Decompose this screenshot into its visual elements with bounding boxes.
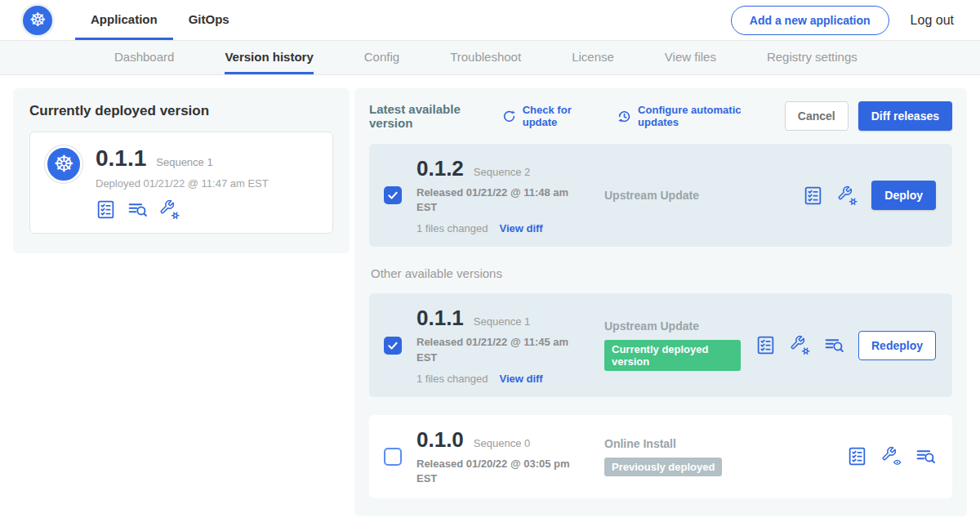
sequence-label: Sequence 0 <box>474 437 530 449</box>
preflight-checks-icon[interactable] <box>847 446 867 467</box>
version-row-0-1-1: 0.1.1 Sequence 1 Released 01/21/22 @ 11:… <box>369 293 952 396</box>
previously-deployed-badge: Previously deployed <box>604 458 722 476</box>
latest-version-header: Latest available version Check for updat… <box>369 101 952 131</box>
deployed-timestamp: Deployed 01/21/22 @ 11:47 am EST <box>96 177 269 190</box>
preflight-checks-icon[interactable] <box>96 199 116 220</box>
top-nav-spacer <box>245 0 731 40</box>
version-source: Online Install Previously deployed <box>604 437 832 476</box>
deployed-sequence-label: Sequence 1 <box>156 156 212 168</box>
subnav-item-license[interactable]: License <box>572 41 614 74</box>
main-content: Currently deployed version ☸ 0.1.1 Seque… <box>0 75 980 518</box>
sequence-label: Sequence 2 <box>474 166 530 178</box>
app-icon-glyph: ☸ <box>53 153 74 176</box>
deployed-panel-title: Currently deployed version <box>29 103 333 119</box>
version-checkbox[interactable] <box>384 448 402 466</box>
version-source: Upstream Update Currently deployed versi… <box>604 319 741 371</box>
preflight-checks-icon[interactable] <box>803 185 823 206</box>
version-checkbox[interactable] <box>384 337 402 355</box>
version-row-0-1-2: 0.1.2 Sequence 2 Released 01/21/22 @ 11:… <box>369 144 952 247</box>
edit-config-icon[interactable] <box>837 185 858 206</box>
diff-releases-button[interactable]: Diff releases <box>858 101 952 131</box>
files-changed-label: 1 files changed <box>416 373 488 385</box>
source-label: Online Install <box>604 437 832 450</box>
app-sub-nav: Dashboard Version history Config Trouble… <box>0 41 980 75</box>
tab-application[interactable]: Application <box>75 0 173 40</box>
kubernetes-logo-icon: ☸ <box>23 6 52 35</box>
add-application-button[interactable]: Add a new application <box>731 6 889 35</box>
version-number: 0.1.2 <box>416 156 464 181</box>
app-brand: ☸ <box>23 0 52 40</box>
released-timestamp: Released 01/20/22 @ 03:05 pm EST <box>416 457 577 486</box>
source-label: Upstream Update <box>604 189 788 202</box>
files-changed-label: 1 files changed <box>416 222 488 234</box>
tab-application-label: Application <box>91 12 158 26</box>
refresh-icon <box>501 109 517 124</box>
edit-config-icon[interactable] <box>790 335 810 355</box>
configure-automatic-updates-link[interactable]: Configure automatic updates <box>617 104 764 128</box>
subnav-item-dashboard[interactable]: Dashboard <box>114 41 174 74</box>
cancel-button[interactable]: Cancel <box>785 101 849 131</box>
edit-config-icon[interactable] <box>159 199 180 220</box>
view-diff-link[interactable]: View diff <box>499 222 542 234</box>
available-versions-panel: Latest available version Check for updat… <box>354 88 967 516</box>
deploy-logs-icon[interactable] <box>127 199 148 220</box>
deploy-logs-icon[interactable] <box>915 446 936 467</box>
clock-refresh-icon <box>617 109 632 124</box>
version-info: 0.1.1 Sequence 1 Released 01/21/22 @ 11:… <box>416 306 590 384</box>
subnav-item-version-history[interactable]: Version history <box>225 41 313 74</box>
version-number: 0.1.1 <box>416 306 464 331</box>
logout-button[interactable]: Log out <box>907 13 957 28</box>
version-info: 0.1.2 Sequence 2 Released 01/21/22 @ 11:… <box>416 156 590 234</box>
version-row-0-1-0: 0.1.0 Sequence 0 Released 01/20/22 @ 03:… <box>369 415 952 498</box>
version-info: 0.1.0 Sequence 0 Released 01/20/22 @ 03:… <box>416 427 590 486</box>
kubernetes-logo-glyph: ☸ <box>29 11 47 29</box>
source-label: Upstream Update <box>604 319 741 333</box>
tab-gitops[interactable]: GitOps <box>173 0 245 40</box>
check-for-update-label: Check for update <box>523 104 595 128</box>
released-timestamp: Released 01/21/22 @ 11:45 am EST <box>416 335 577 364</box>
preflight-checks-icon[interactable] <box>755 335 776 355</box>
subnav-item-troubleshoot[interactable]: Troubleshoot <box>450 41 521 74</box>
view-diff-link[interactable]: View diff <box>499 373 542 385</box>
subnav-item-config[interactable]: Config <box>364 41 399 74</box>
deployed-version-details: 0.1.1 Sequence 1 Deployed 01/21/22 @ 11:… <box>96 145 269 220</box>
version-source: Upstream Update <box>604 189 788 202</box>
configure-automatic-updates-label: Configure automatic updates <box>638 104 764 128</box>
deployed-version-number: 0.1.1 <box>96 145 146 172</box>
version-actions <box>847 446 938 467</box>
version-actions: Redeploy <box>755 331 938 360</box>
deploy-button[interactable]: Deploy <box>871 181 936 210</box>
currently-deployed-panel: Currently deployed version ☸ 0.1.1 Seque… <box>13 88 350 253</box>
check-for-update-link[interactable]: Check for update <box>501 104 595 128</box>
deploy-logs-icon[interactable] <box>824 335 844 355</box>
version-checkbox[interactable] <box>384 186 402 204</box>
sequence-label: Sequence 1 <box>474 315 530 328</box>
subnav-item-view-files[interactable]: View files <box>665 41 716 74</box>
top-nav: ☸ Application GitOps Add a new applicati… <box>0 0 980 41</box>
latest-version-title: Latest available version <box>369 102 490 130</box>
other-versions-title: Other available versions <box>371 266 952 280</box>
released-timestamp: Released 01/21/22 @ 11:48 am EST <box>416 185 577 215</box>
app-icon: ☸ <box>45 145 82 183</box>
currently-deployed-badge: Currently deployed version <box>604 340 741 371</box>
redeploy-button[interactable]: Redeploy <box>858 331 936 360</box>
version-number: 0.1.0 <box>416 427 464 453</box>
view-config-icon[interactable] <box>881 446 902 467</box>
subnav-item-registry-settings[interactable]: Registry settings <box>767 41 858 74</box>
version-actions: Deploy <box>803 181 938 210</box>
tab-gitops-label: GitOps <box>189 12 229 26</box>
deployed-version-card: ☸ 0.1.1 Sequence 1 Deployed 01/21/22 @ 1… <box>29 132 333 234</box>
